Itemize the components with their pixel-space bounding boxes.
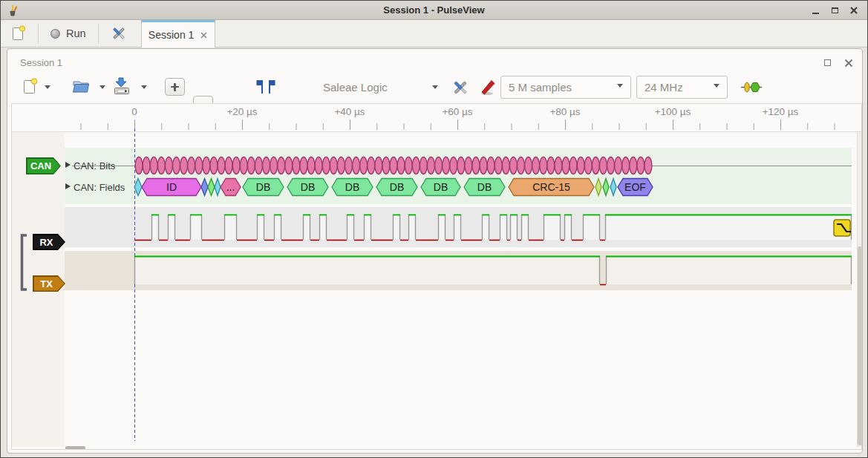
can-bit-annotation (525, 157, 532, 174)
subwindow-close-icon[interactable] (844, 59, 853, 68)
rx-wave-high-fill (544, 215, 561, 240)
can-bit-annotation (195, 157, 203, 174)
new-session-button[interactable] (7, 20, 30, 47)
rx-tag-label: RX (39, 237, 53, 248)
channel-tag-tx[interactable]: TX (33, 275, 65, 292)
sample-rate-combobox[interactable]: 24 MHz (636, 76, 728, 99)
sample-rate-dropdown-icon (714, 84, 719, 91)
trigger-marker-icon[interactable] (834, 220, 851, 236)
new-view-dropdown-icon[interactable] (45, 85, 50, 92)
tab-session-1[interactable]: Session 1 (141, 20, 215, 48)
can-bit-annotation (435, 157, 443, 174)
open-dropdown-icon[interactable] (99, 85, 105, 92)
sample-count-combobox[interactable]: 5 M samples (500, 76, 631, 99)
can-bit-annotation (540, 157, 547, 174)
can-field-label: DB (301, 181, 315, 193)
trigger-marker-bg[interactable] (834, 220, 850, 236)
device-config-icon[interactable] (451, 79, 469, 96)
tab-label: Session 1 (149, 29, 194, 41)
subwindow-maximize-icon[interactable] (824, 59, 831, 66)
channel-tag-rx[interactable]: RX (33, 234, 65, 250)
expander-icon[interactable] (65, 162, 71, 168)
maximize-icon[interactable] (830, 6, 839, 15)
can-bit-annotation (218, 157, 225, 174)
decoder-tag-fill: CAN (27, 159, 60, 174)
device-selector[interactable]: Saleae Logic (323, 81, 388, 94)
rx-wave-high-fill (168, 215, 175, 240)
can-bit-annotation (480, 157, 487, 174)
can-bit-annotation (420, 157, 427, 174)
can-bit-annotation (405, 157, 412, 174)
close-icon[interactable] (849, 6, 858, 15)
rx-wave-high-fill (500, 215, 507, 240)
can-bit-annotation (330, 157, 337, 174)
trace-canvas[interactable]: 0+20 µs+40 µs+60 µs+80 µs+100 µs+120 µsI… (12, 104, 862, 450)
can-bit-annotation (353, 157, 360, 174)
can-bit-annotation (240, 157, 247, 174)
rx-wave-high-fill (510, 215, 518, 240)
can-field-annotation (215, 179, 221, 196)
can-bit-annotation (315, 157, 322, 174)
channels-probe-icon[interactable] (480, 79, 497, 96)
can-bit-annotation (600, 157, 607, 174)
can-bit-annotation (300, 157, 307, 174)
rx-wave-high-fill (438, 215, 446, 240)
device-dropdown-icon[interactable] (432, 85, 438, 92)
plus-icon (171, 83, 179, 91)
subwindow-titlebar[interactable]: Session 1 (7, 49, 862, 72)
can-bit-annotation (615, 157, 622, 174)
zoom-in-button[interactable] (165, 78, 185, 96)
ruler-label: +80 µs (549, 106, 580, 117)
can-bit-annotation (150, 157, 157, 174)
minimize-icon[interactable] (811, 6, 820, 15)
new-view-icon[interactable] (22, 77, 37, 95)
can-bit-annotation (487, 157, 495, 174)
can-bit-annotation (592, 157, 599, 174)
can-bit-annotation (555, 157, 562, 174)
save-dropdown-icon[interactable] (141, 85, 147, 92)
ruler-label: +120 µs (763, 106, 799, 117)
can-bit-annotation (450, 157, 457, 174)
expander-icon[interactable] (65, 183, 71, 189)
save-file-icon[interactable] (113, 76, 131, 96)
show-cursors-icon[interactable] (255, 79, 276, 95)
session-subwindow: Session 1 (7, 48, 863, 454)
can-bit-annotation (570, 157, 577, 174)
rx-wave-high-fill (303, 215, 310, 240)
ruler-label: +60 µs (442, 106, 472, 117)
can-bit-annotation (307, 157, 315, 174)
can-bit-annotation (382, 157, 390, 174)
can-bit-annotation (165, 157, 172, 174)
tab-close-icon[interactable] (200, 32, 207, 39)
rx-wave-high-fill (605, 215, 852, 240)
can-bit-annotation (584, 157, 592, 174)
can-bit-annotation (285, 157, 293, 174)
open-file-icon[interactable] (71, 77, 91, 95)
can-bit-annotation (180, 157, 188, 174)
titlebar[interactable]: Session 1 - PulseView (1, 1, 867, 20)
toolbar-separator (38, 24, 39, 43)
pulseview-app-icon (7, 4, 19, 16)
add-decoder-icon[interactable] (740, 81, 763, 94)
channel-group-bracket[interactable] (22, 235, 27, 289)
can-bit-annotation (278, 157, 285, 174)
run-button[interactable]: Run (46, 20, 91, 47)
can-field-label: ... (226, 181, 235, 193)
can-bit-annotation (143, 157, 150, 174)
can-bit-annotation (188, 157, 195, 174)
can-bit-annotation (532, 157, 540, 174)
can-bit-annotation (622, 157, 630, 174)
can-field-label: DB (256, 181, 270, 193)
horizontal-scrollbar-handle[interactable] (65, 446, 85, 450)
vertical-scrollbar-handle[interactable] (858, 246, 862, 445)
can-bit-annotation (443, 157, 450, 174)
can-bit-annotation (232, 157, 240, 174)
can-bit-annotation (577, 157, 584, 174)
trace-view[interactable]: 0+20 µs+40 µs+60 µs+80 µs+100 µs+120 µsI… (11, 103, 862, 450)
decoder-tag-can[interactable]: CAN (26, 157, 61, 174)
rx-wave-high-fill (393, 215, 400, 240)
settings-button[interactable] (106, 20, 131, 47)
sample-count-dropdown-icon (617, 84, 623, 91)
toolbar-separator (98, 24, 99, 43)
tx-wave-high-fill (606, 256, 852, 284)
